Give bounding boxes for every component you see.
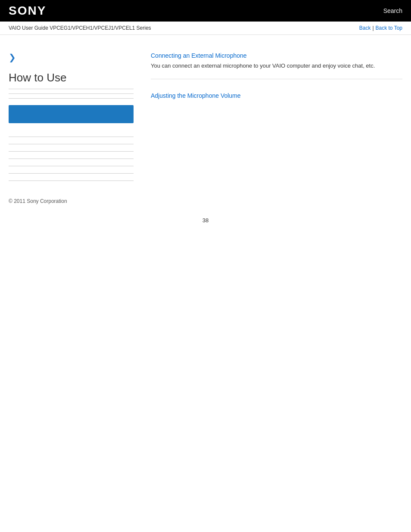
sidebar-item-3[interactable] [9, 144, 134, 152]
main-container: ❯ How to Use Connecting an External Micr… [0, 35, 411, 190]
sidebar-title: How to Use [9, 71, 134, 89]
sidebar-highlight-item[interactable] [9, 105, 134, 123]
sony-logo: SONY [9, 4, 46, 18]
expand-arrow-icon[interactable]: ❯ [9, 52, 134, 62]
back-link[interactable]: Back [359, 25, 371, 31]
content-section-1: Connecting an External Microphone You ca… [151, 52, 402, 79]
nav-links: Back | Back to Top [359, 25, 402, 31]
sidebar-item-1[interactable] [9, 130, 134, 137]
search-button[interactable]: Search [383, 7, 402, 14]
breadcrumb: VAIO User Guide VPCEG1/VPCEH1/VPCEJ1/VPC… [9, 25, 151, 31]
connecting-microphone-description: You can connect an external microphone t… [151, 62, 402, 70]
footer: © 2011 Sony Corporation [0, 190, 411, 208]
nav-separator: | [372, 25, 374, 31]
content-area: Connecting an External Microphone You ca… [142, 44, 402, 181]
header: SONY Search [0, 0, 411, 22]
breadcrumb-bar: VAIO User Guide VPCEG1/VPCEH1/VPCEJ1/VPC… [0, 22, 411, 35]
sidebar-item-4[interactable] [9, 152, 134, 159]
sidebar-divider-1 [9, 93, 134, 94]
sidebar-item-2[interactable] [9, 137, 134, 144]
sidebar: ❯ How to Use [9, 44, 142, 181]
sidebar-item-6[interactable] [9, 166, 134, 174]
sidebar-item-7[interactable] [9, 174, 134, 181]
sidebar-divider-2 [9, 98, 134, 99]
copyright-text: © 2011 Sony Corporation [9, 198, 67, 204]
content-section-2: Adjusting the Microphone Volume [151, 92, 402, 110]
connecting-microphone-link[interactable]: Connecting an External Microphone [151, 52, 402, 59]
adjusting-volume-link[interactable]: Adjusting the Microphone Volume [151, 92, 402, 99]
page-number: 38 [0, 208, 411, 232]
back-to-top-link[interactable]: Back to Top [376, 25, 402, 31]
sidebar-items-group [9, 130, 134, 181]
sidebar-item-5[interactable] [9, 159, 134, 166]
